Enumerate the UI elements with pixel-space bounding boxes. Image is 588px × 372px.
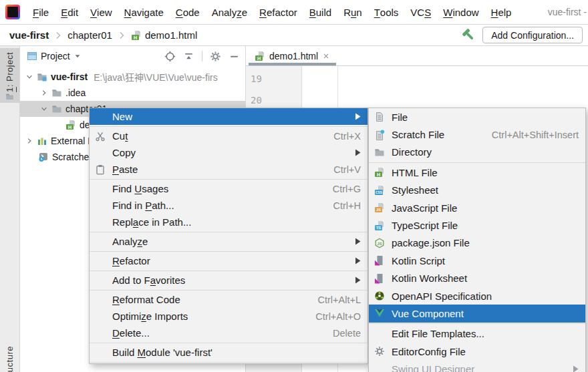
no-icon [374, 364, 388, 372]
menu-view[interactable]: View [84, 0, 118, 24]
menu-item-refactor[interactable]: Refactor [90, 252, 368, 269]
tool-button-structure[interactable]: ucture [0, 346, 19, 372]
locate-icon[interactable] [164, 51, 176, 62]
menu-item-kotlin-script[interactable]: Kotlin Script [369, 252, 585, 269]
menu-item-directory[interactable]: Directory [369, 144, 585, 161]
gear-icon[interactable] [210, 51, 221, 62]
menu-item-find-in-path[interactable]: Find in Path...Ctrl+H [90, 197, 368, 214]
menu-item-package-json-file[interactable]: JSpackage.json File [369, 234, 585, 252]
tree-item-idea[interactable]: .idea [20, 85, 245, 101]
menu-label-part: T [374, 7, 380, 18]
close-icon[interactable] [322, 52, 330, 60]
chevron-right-icon [116, 30, 127, 41]
menu-item-typescript-file[interactable]: TSTypeScript File [369, 216, 585, 234]
menu-analyze[interactable]: Analyze [206, 0, 253, 24]
html-file-icon: H [374, 167, 388, 178]
chevron-right-icon[interactable] [25, 137, 33, 145]
menu-item-file[interactable]: File [369, 108, 585, 126]
menu-label-part: Scratch File [392, 129, 444, 140]
tree-item-label: .idea [65, 87, 86, 98]
menu-refactor[interactable]: Refactor [253, 0, 303, 24]
editor-tab-demo1[interactable]: H demo1.html [249, 46, 336, 65]
chevron-right-icon[interactable] [40, 89, 48, 97]
menu-label-part: sages [142, 183, 168, 194]
menu-label-part: Analy [212, 7, 237, 18]
menu-label-part: V [90, 7, 97, 18]
menu-item-label: TypeScript File [392, 220, 458, 231]
breadcrumb-file[interactable]: demo1.html [145, 29, 197, 41]
menu-code[interactable]: Code [170, 0, 206, 24]
breadcrumb-directory[interactable]: chapter01 [67, 29, 112, 41]
menu-label-part: e [142, 236, 148, 247]
panel-toolbar [164, 51, 240, 62]
menu-item-cut[interactable]: CutCtrl+X [90, 128, 368, 144]
menu-build[interactable]: Build [303, 0, 337, 24]
menu-vcs[interactable]: VCS [404, 0, 437, 24]
line-number: 19 [251, 68, 301, 89]
menu-edit[interactable]: Edit [55, 0, 84, 24]
menu-item-build-module-vue-first[interactable]: Build Module 'vue-first' [90, 344, 368, 361]
menu-item-new[interactable]: New [90, 108, 368, 125]
menu-item-replace-in-path[interactable]: Replace in Path... [90, 214, 368, 230]
menu-navigate[interactable]: Navigate [118, 0, 170, 24]
menu-help[interactable]: Help [485, 0, 518, 24]
svg-text:H: H [68, 125, 71, 130]
svg-text:H: H [257, 55, 261, 60]
menu-item-find-usages[interactable]: Find UsagesCtrl+G [90, 180, 368, 197]
submenu-arrow-icon [355, 113, 361, 120]
menu-label-part: uild [316, 7, 331, 18]
menu-label-part: e Imports [146, 311, 188, 322]
menu-label-part: OpenAPI Specification [392, 291, 492, 302]
menu-item-stylesheet[interactable]: CSSStylesheet [369, 182, 585, 199]
menu-item-scratch-file[interactable]: Scratch FileCtrl+Alt+Shift+Insert [369, 126, 585, 143]
menu-label-part: iew [97, 7, 112, 18]
hide-panel-icon[interactable] [229, 51, 240, 62]
menu-item-javascript-file[interactable]: JSJavaScript File [369, 199, 585, 216]
add-configuration-button[interactable]: Add Configuration... [482, 27, 583, 43]
tool-button-project[interactable]: 1: Project [0, 48, 19, 103]
no-icon [95, 148, 108, 158]
breadcrumb-project[interactable]: vue-first [9, 29, 49, 41]
menu-shortcut: Ctrl+V [317, 164, 361, 175]
chevron-down-icon[interactable] [74, 52, 82, 60]
tree-item-label: vue-first [51, 71, 88, 82]
menu-item-html-file[interactable]: HHTML File [369, 164, 585, 181]
menu-item-add-to-favorites[interactable]: Add to Favorites [90, 272, 368, 289]
menu-label-part: Add to F [112, 274, 150, 286]
menu-label-part: u [351, 7, 356, 18]
menu-item-reformat-code[interactable]: Reformat CodeCtrl+Alt+L [90, 291, 368, 308]
menu-item-edit-file-templates[interactable]: Edit File Templates... [369, 325, 585, 343]
ide-window: FileEditViewNavigateCodeAnalyzeRefactorB… [0, 0, 588, 372]
menu-tools[interactable]: Tools [368, 0, 405, 24]
menu-file[interactable]: File [27, 0, 55, 24]
menu-run[interactable]: Run [337, 0, 368, 24]
menu-item-optimize-imports[interactable]: Optimize ImportsCtrl+Alt+O [90, 308, 368, 325]
no-icon [95, 217, 108, 228]
no-icon [95, 328, 108, 339]
menu-item-openapi-specification[interactable]: OpenAPI Specification [369, 287, 585, 305]
tree-item-project-root[interactable]: vue-first E:\java\狂神\VUE\Vue\vue-firs [20, 69, 245, 85]
library-icon [37, 136, 47, 146]
menu-item-label: Vue Component [392, 308, 464, 319]
menu-shortcut: Ctrl+Alt+L [302, 295, 361, 305]
menu-label-part: Swing UI Designer [392, 363, 474, 372]
menu-item-vue-component[interactable]: Vue Component [369, 305, 585, 322]
menu-item-editorconfig-file[interactable]: EditorConfig File [369, 343, 585, 360]
menu-item-paste[interactable]: PasteCtrl+V [90, 161, 368, 178]
panel-title[interactable]: Project [41, 51, 70, 61]
menu-item-kotlin-worksheet[interactable]: Kotlin Worksheet [369, 270, 585, 287]
chevron-down-icon[interactable] [40, 105, 48, 113]
menu-item-copy[interactable]: Copy [90, 144, 368, 161]
menu-window[interactable]: Window [437, 0, 484, 24]
menu-item-delete[interactable]: Delete...Delete [90, 325, 368, 341]
menu-label-part: vorites [156, 274, 185, 286]
menu-item-swing-ui-designer[interactable]: Swing UI Designer [369, 360, 585, 372]
menu-item-analyze[interactable]: Analyze [90, 233, 368, 250]
menu-item-label: Find Usages [112, 183, 168, 194]
menu-label-part: JavaScript File [392, 202, 457, 214]
collapse-all-icon[interactable] [183, 51, 194, 62]
build-hammer-icon[interactable] [462, 28, 476, 42]
chevron-down-icon[interactable] [25, 73, 33, 81]
no-icon [95, 295, 108, 305]
menu-item-label: Paste [112, 164, 138, 175]
